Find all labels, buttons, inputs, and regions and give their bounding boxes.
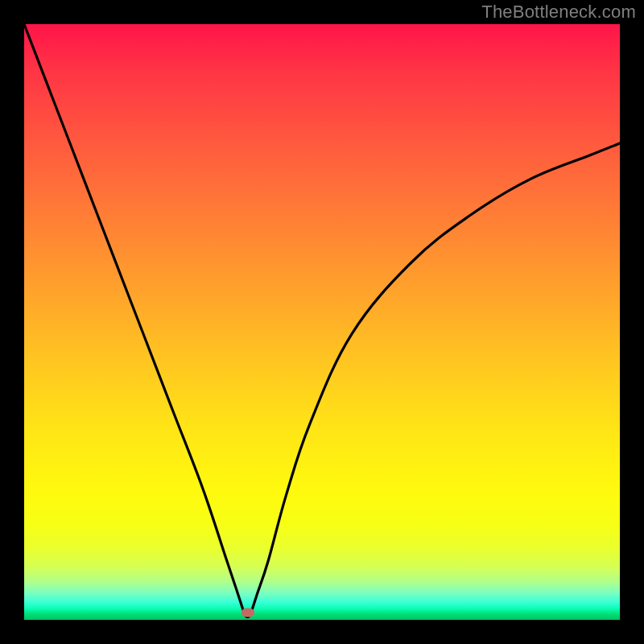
watermark-text: TheBottleneck.com — [481, 2, 636, 23]
plot-area — [24, 24, 620, 620]
bottleneck-curve — [24, 24, 620, 620]
chart-stage: TheBottleneck.com — [0, 0, 644, 644]
optimum-marker — [242, 609, 254, 617]
